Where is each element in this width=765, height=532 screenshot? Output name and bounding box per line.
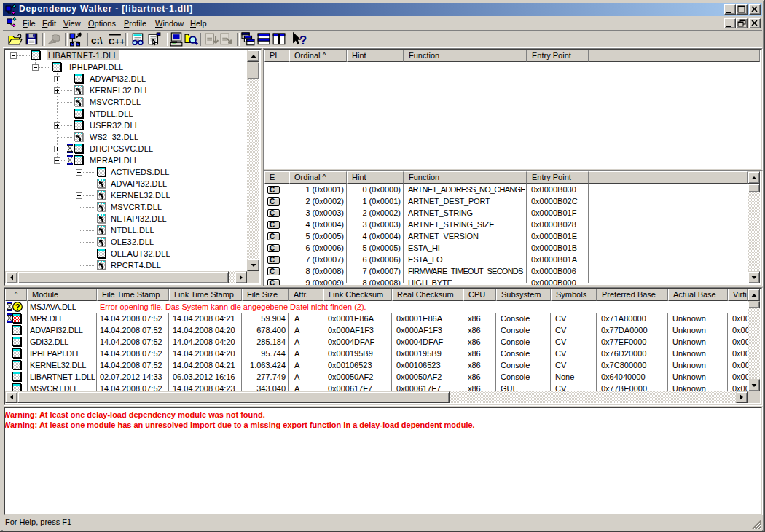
svg-text:C++: C++ [109, 36, 124, 46]
svg-text:c:\: c:\ [91, 35, 103, 46]
svg-text:?: ? [299, 34, 307, 47]
svg-text:?: ? [15, 302, 20, 311]
